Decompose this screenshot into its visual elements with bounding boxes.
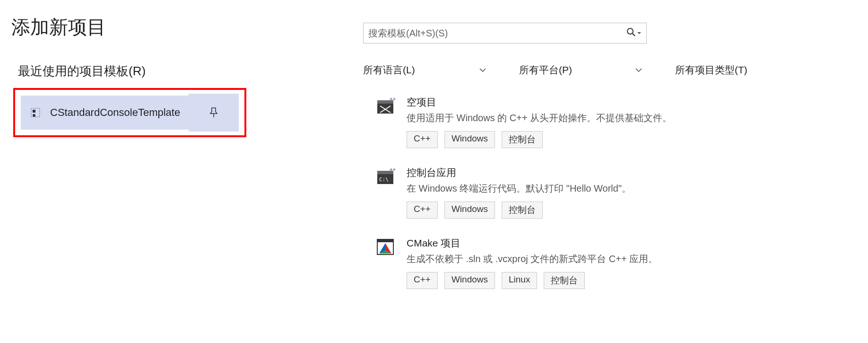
svg-rect-2 [33,110,35,113]
templates-list: ++空项目使用适用于 Windows 的 C++ 从头开始操作。不提供基础文件。… [363,96,854,289]
template-item[interactable]: C:\++控制台应用在 Windows 终端运行代码。默认打印 "Hello W… [376,166,854,219]
svg-rect-15 [377,239,393,242]
svg-text:++: ++ [390,97,396,102]
search-input[interactable] [368,28,625,39]
template-item[interactable]: CMake 项目生成不依赖于 .sln 或 .vcxproj 文件的新式跨平台 … [376,237,854,289]
svg-point-1 [33,114,35,117]
filter-project-type[interactable]: 所有项目类型(T) [675,63,770,77]
template-item[interactable]: ++空项目使用适用于 Windows 的 C++ 从头开始操作。不提供基础文件。… [376,96,854,148]
svg-point-3 [627,28,633,34]
svg-text:C:\: C:\ [379,176,389,183]
template-tag: 控制台 [502,202,543,219]
template-title: 空项目 [407,96,854,109]
filter-platform-label: 所有平台(P) [519,63,572,77]
template-tag: Windows [444,131,495,148]
template-description: 在 Windows 终端运行代码。默认打印 "Hello World"。 [407,182,854,195]
filter-language[interactable]: 所有语言(L) [363,63,486,77]
recent-template-label: CStandardConsoleTemplate [50,106,180,119]
cmake-project-icon [376,237,396,256]
caret-down-icon [637,31,642,35]
svg-line-4 [633,34,635,36]
template-tag: Windows [444,272,495,289]
template-tags: C++Windows控制台 [407,131,854,148]
search-button[interactable] [625,26,643,40]
pin-icon [209,107,218,118]
template-tag: C++ [407,272,438,289]
chevron-down-icon [635,68,642,72]
search-icon [626,27,636,39]
empty-project-icon: ++ [376,97,396,115]
filter-project-type-label: 所有项目类型(T) [675,63,747,77]
recent-templates-label: 最近使用的项目模板(R) [18,63,335,79]
recent-template-item[interactable]: CStandardConsoleTemplate [21,96,189,130]
search-box[interactable] [363,23,647,44]
page-title: 添加新项目 [11,14,335,40]
filter-language-label: 所有语言(L) [363,63,415,77]
chevron-down-icon [479,68,486,72]
console-project-icon: C:\++ [376,167,396,186]
template-tag: C++ [407,202,438,219]
svg-text:++: ++ [390,167,396,172]
template-tag: 控制台 [544,272,585,289]
template-title: 控制台应用 [407,166,854,179]
template-description: 生成不依赖于 .sln 或 .vcxproj 文件的新式跨平台 C++ 应用。 [407,253,854,265]
template-title: CMake 项目 [407,237,854,250]
template-tag: 控制台 [502,131,543,148]
template-tags: C++Windows控制台 [407,202,854,219]
template-tag: C++ [407,131,438,148]
template-description: 使用适用于 Windows 的 C++ 从头开始操作。不提供基础文件。 [407,112,854,124]
template-tag: Linux [502,272,537,289]
template-icon [29,106,42,119]
filter-platform[interactable]: 所有平台(P) [519,63,642,77]
template-tag: Windows [444,202,495,219]
template-tags: C++WindowsLinux控制台 [407,272,854,289]
pin-button[interactable] [189,94,239,132]
